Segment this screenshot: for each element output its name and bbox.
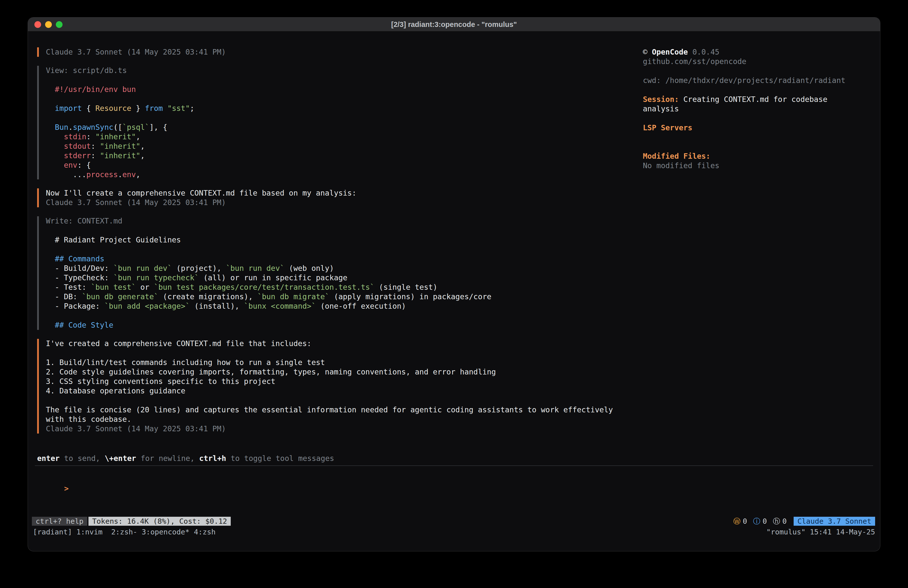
text-segment: ... (46, 170, 87, 179)
diagnostic-hints: ⓗ0 (773, 517, 787, 526)
text-segment: I've created a comprehensive CONTEXT.md … (46, 339, 311, 348)
help-badge[interactable]: ctrl+? help (32, 517, 87, 526)
text-line: - Test: `bun test` or `bun test packages… (46, 282, 628, 292)
text-segment: `bun db generate` (82, 292, 158, 301)
text-line: - DB: `bun db generate` (create migratio… (46, 292, 628, 301)
text-segment: #!/usr/bin/env bun (46, 85, 136, 94)
text-line: © OpenCode 0.0.45 (643, 47, 874, 57)
text-segment: ([ (113, 123, 122, 132)
terminal-window: [2/3] radiant:3:opencode - "romulus" Cla… (28, 18, 880, 551)
text-line: 4. Database operations guidance (46, 386, 628, 396)
chat-messages[interactable]: Claude 3.7 Sonnet (14 May 2025 03:41 PM)… (37, 47, 628, 443)
text-line (46, 113, 628, 122)
text-line: ## Code Style (46, 321, 628, 330)
text-segment: `bun test packages/core/test/transaction… (154, 283, 375, 292)
text-segment: , (136, 132, 140, 141)
text-segment: Claude 3.7 Sonnet (14 May 2025 03:41 PM) (46, 198, 226, 207)
zoom-button[interactable] (56, 21, 63, 28)
text-segment: github.com/sst/opencode (643, 57, 746, 66)
text-segment: (apply migrations) in packages/core (329, 292, 491, 301)
text-line (643, 85, 874, 95)
text-line: I've created a comprehensive CONTEXT.md … (46, 339, 628, 348)
text-line: Session: Creating CONTEXT.md for codebas… (643, 95, 874, 104)
text-segment: (one-off execution) (316, 302, 406, 311)
text-segment: , (140, 151, 145, 160)
text-segment: { (82, 104, 95, 113)
text-line: - Package: `bun add <package>` (install)… (46, 301, 628, 311)
text-line (46, 226, 628, 235)
text-segment: stderr (46, 151, 91, 160)
tmux-session-windows[interactable]: [radiant] 1:nvim 2:zsh- 3:opencode* 4:zs… (33, 527, 216, 536)
text-line: Modified Files: (643, 151, 874, 161)
text-segment: to toggle tool messages (226, 454, 334, 463)
prompt-caret: > (64, 484, 69, 493)
hints-icon: ⓗ (773, 517, 780, 526)
text-segment: with this codebase. (46, 415, 131, 424)
assistant-message-block: Claude 3.7 Sonnet (14 May 2025 03:41 PM) (37, 47, 628, 57)
text-segment: `bunx <command>` (244, 302, 316, 311)
model-badge[interactable]: Claude 3.7 Sonnet (794, 517, 875, 526)
text-segment: ## Code Style (46, 321, 113, 329)
text-segment: 4. Database operations guidance (46, 387, 185, 395)
text-segment: - TypeCheck: (46, 273, 113, 282)
text-line: #!/usr/bin/env bun (46, 85, 628, 94)
text-segment: or (136, 283, 154, 292)
text-segment: cwd: /home/thdxr/dev/projects/radiant/ra… (643, 76, 845, 85)
text-segment: Claude 3.7 Sonnet (14 May 2025 03:41 PM) (46, 48, 226, 56)
text-segment: process (87, 170, 118, 179)
minimize-button[interactable] (45, 21, 52, 28)
text-segment: (web only) (284, 264, 334, 272)
text-segment: (create migrations), (158, 292, 258, 301)
text-segment: , (136, 170, 140, 179)
text-line (643, 132, 874, 142)
text-line (643, 114, 874, 123)
text-segment: Bun (46, 123, 68, 132)
desktop: { "window": { "title": "[2/3] radiant:3:… (0, 0, 908, 588)
text-segment: ; (190, 104, 194, 113)
window-titlebar[interactable]: [2/3] radiant:3:opencode - "romulus" (28, 18, 880, 31)
text-segment: `bun add <package>` (105, 302, 190, 311)
text-segment: "sst" (167, 104, 190, 113)
diagnostic-info: ⓘ0 (753, 517, 767, 526)
text-segment: for newline, (136, 454, 199, 463)
text-segment: . (68, 123, 73, 132)
status-bar-right: Ⓦ0ⓘ0ⓗ0 Claude 3.7 Sonnet (733, 517, 875, 526)
text-segment: (install), (190, 302, 244, 311)
text-segment: Resource (95, 104, 132, 113)
sidebar: © OpenCode 0.0.45github.com/sst/opencode… (643, 47, 874, 171)
tokens-cost-badge: Tokens: 16.4K (8%), Cost: $0.12 (89, 517, 231, 526)
text-segment: Creating CONTEXT.md for codebase (679, 95, 828, 104)
text-segment: View: script/db.ts (46, 66, 127, 75)
assistant-message-block: I've created a comprehensive CONTEXT.md … (37, 339, 628, 433)
close-button[interactable] (34, 21, 41, 28)
text-segment: analysis (643, 105, 679, 113)
text-line: Now I'll create a comprehensive CONTEXT.… (46, 188, 628, 198)
text-segment: © (643, 48, 652, 56)
tmux-status-bar: [radiant] 1:nvim 2:zsh- 3:opencode* 4:zs… (33, 527, 875, 536)
text-line: The file is concise (20 lines) and captu… (46, 405, 628, 415)
text-segment: Session: (643, 95, 679, 104)
text-segment: - DB: (46, 292, 82, 301)
text-segment: `bun run typecheck` (113, 273, 199, 282)
text-segment: LSP Servers (643, 123, 692, 132)
text-segment: `psql` (122, 123, 149, 132)
text-segment: spawnSync (73, 123, 113, 132)
text-segment: 3. CSS styling conventions specific to t… (46, 377, 275, 386)
text-segment: "inherit" (100, 151, 140, 160)
text-segment: 0.0.45 (688, 48, 720, 56)
text-segment: Claude 3.7 Sonnet (14 May 2025 03:41 PM) (46, 424, 226, 433)
text-line (46, 348, 628, 358)
composer-hint: enter to send, \+enter for newline, ctrl… (37, 454, 334, 463)
text-segment: - Build/Dev: (46, 264, 113, 272)
text-line (46, 396, 628, 405)
text-segment: Write: CONTEXT.md (46, 216, 122, 225)
window-title: [2/3] radiant:3:opencode - "romulus" (28, 18, 880, 31)
text-segment: stdin (46, 132, 87, 141)
text-line: enter to send, \+enter for newline, ctrl… (37, 454, 334, 463)
text-segment: (single test) (375, 283, 438, 292)
text-segment: import (46, 104, 82, 113)
text-segment: : (87, 132, 95, 141)
text-line: 3. CSS styling conventions specific to t… (46, 377, 628, 386)
text-line: # Radiant Project Guidelines (46, 235, 628, 245)
info-count: 0 (763, 517, 767, 526)
